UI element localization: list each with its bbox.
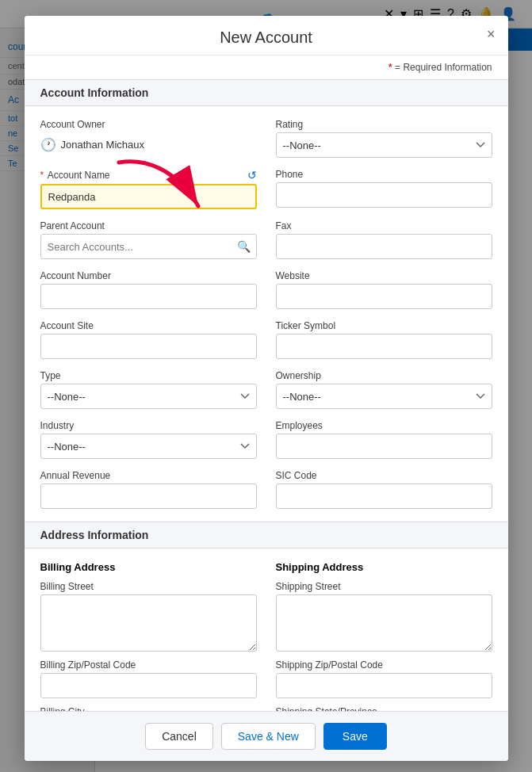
- billing-street-input[interactable]: [40, 594, 257, 652]
- account-number-field: Account Number: [40, 270, 257, 309]
- phone-field: Phone: [276, 169, 492, 209]
- website-field: Website: [276, 270, 492, 309]
- shipping-street-input[interactable]: [276, 594, 492, 652]
- account-name-input[interactable]: [40, 184, 257, 209]
- required-star: *: [388, 62, 392, 73]
- account-number-label: Account Number: [40, 270, 257, 281]
- rating-select[interactable]: --None-- Hot Warm Cold: [276, 132, 492, 158]
- phone-label: Phone: [276, 169, 492, 180]
- parent-account-label: Parent Account: [40, 220, 257, 231]
- billing-address-header: Billing Address: [40, 561, 257, 573]
- account-info-header: Account Information: [25, 79, 508, 106]
- modal-title: New Account: [40, 29, 492, 47]
- shipping-zip-input[interactable]: [276, 673, 492, 698]
- shipping-zip-field: Shipping Zip/Postal Code: [276, 659, 492, 698]
- fax-field: Fax: [276, 220, 492, 259]
- type-field: Type --None-- Analyst Competitor Custome…: [40, 370, 257, 409]
- ownership-label: Ownership: [276, 370, 492, 381]
- ticker-symbol-label: Ticker Symbol: [276, 320, 492, 331]
- modal-dialog: New Account × * = Required Information A…: [25, 16, 508, 761]
- account-name-field: * Account Name ↺: [40, 169, 257, 209]
- annual-revenue-label: Annual Revenue: [40, 470, 257, 481]
- modal-close-button[interactable]: ×: [487, 27, 496, 41]
- sic-code-label: SIC Code: [276, 470, 492, 481]
- ticker-symbol-field: Ticker Symbol: [276, 320, 492, 359]
- owner-avatar-icon: 🕐: [40, 137, 56, 152]
- modal-body: Account Information Account Owner 🕐 Jona…: [25, 79, 508, 711]
- shipping-street-label: Shipping Street: [276, 581, 492, 592]
- annual-revenue-field: Annual Revenue: [40, 470, 257, 509]
- address-info-body: Billing Address Billing Street Billing Z…: [25, 548, 508, 711]
- ownership-select[interactable]: --None-- Public Private Subsidiary Other: [276, 384, 492, 409]
- fax-label: Fax: [276, 220, 492, 231]
- shipping-zip-label: Shipping Zip/Postal Code: [276, 659, 492, 671]
- rating-label: Rating: [276, 119, 492, 130]
- website-label: Website: [276, 270, 492, 281]
- billing-zip-input[interactable]: [40, 673, 257, 698]
- account-name-header: * Account Name ↺: [40, 169, 257, 182]
- parent-account-search-wrapper: 🔍: [40, 234, 257, 259]
- billing-street-label: Billing Street: [40, 581, 257, 592]
- type-select[interactable]: --None-- Analyst Competitor Customer Par…: [40, 384, 257, 409]
- cancel-button[interactable]: Cancel: [145, 723, 213, 750]
- ticker-symbol-input[interactable]: [276, 334, 492, 359]
- billing-zip-label: Billing Zip/Postal Code: [40, 659, 257, 671]
- modal-overlay: New Account × * = Required Information A…: [0, 0, 532, 772]
- modal-header: New Account ×: [25, 16, 508, 55]
- website-input[interactable]: [276, 284, 492, 309]
- account-owner-field: Account Owner 🕐 Jonathan Michaux: [40, 119, 257, 158]
- type-label: Type: [40, 370, 257, 381]
- industry-label: Industry: [40, 420, 257, 431]
- account-owner-display: 🕐 Jonathan Michaux: [40, 132, 257, 157]
- address-info-grid: Billing Address Billing Street Billing Z…: [40, 561, 492, 711]
- employees-label: Employees: [276, 420, 492, 431]
- address-info-header: Address Information: [25, 522, 508, 548]
- shipping-address-header: Shipping Address: [276, 561, 492, 573]
- account-information-section: Account Information Account Owner 🕐 Jona…: [25, 79, 508, 522]
- account-owner-label: Account Owner: [40, 119, 257, 130]
- billing-zip-field: Billing Zip/Postal Code: [40, 659, 257, 698]
- parent-account-input[interactable]: [40, 234, 257, 259]
- rating-field: Rating --None-- Hot Warm Cold: [276, 119, 492, 158]
- save-new-button[interactable]: Save & New: [221, 723, 316, 750]
- sic-code-input[interactable]: [276, 483, 492, 509]
- account-name-label: * Account Name: [40, 170, 110, 181]
- employees-input[interactable]: [276, 434, 492, 459]
- required-info-text: = Required Information: [395, 62, 492, 73]
- phone-input[interactable]: [276, 182, 492, 208]
- billing-street-field: Billing Street: [40, 581, 257, 652]
- modal-footer: Cancel Save & New Save: [25, 711, 508, 761]
- shipping-address-column: Shipping Address Shipping Street Shippin…: [276, 561, 492, 711]
- parent-account-field: Parent Account 🔍: [40, 220, 257, 259]
- shipping-street-field: Shipping Street: [276, 581, 492, 652]
- sic-code-field: SIC Code: [276, 470, 492, 509]
- fax-input[interactable]: [276, 234, 492, 259]
- account-name-required-star: *: [40, 170, 44, 181]
- account-number-input[interactable]: [40, 284, 257, 309]
- required-info-bar: * = Required Information: [25, 55, 508, 79]
- ownership-field: Ownership --None-- Public Private Subsid…: [276, 370, 492, 409]
- industry-select[interactable]: --None-- Technology Finance Healthcare O…: [40, 434, 257, 459]
- billing-address-column: Billing Address Billing Street Billing Z…: [40, 561, 257, 711]
- address-information-section: Address Information Billing Address Bill…: [25, 522, 508, 711]
- account-site-label: Account Site: [40, 320, 257, 331]
- account-owner-value: Jonathan Michaux: [61, 139, 145, 151]
- employees-field: Employees: [276, 420, 492, 459]
- account-info-body: Account Owner 🕐 Jonathan Michaux Rating …: [25, 106, 508, 522]
- account-site-input[interactable]: [40, 334, 257, 359]
- save-button[interactable]: Save: [323, 723, 387, 750]
- annual-revenue-input[interactable]: [40, 483, 257, 509]
- industry-field: Industry --None-- Technology Finance Hea…: [40, 420, 257, 459]
- account-info-grid: Account Owner 🕐 Jonathan Michaux Rating …: [40, 119, 492, 509]
- account-name-reset-icon[interactable]: ↺: [247, 169, 257, 182]
- account-site-field: Account Site: [40, 320, 257, 359]
